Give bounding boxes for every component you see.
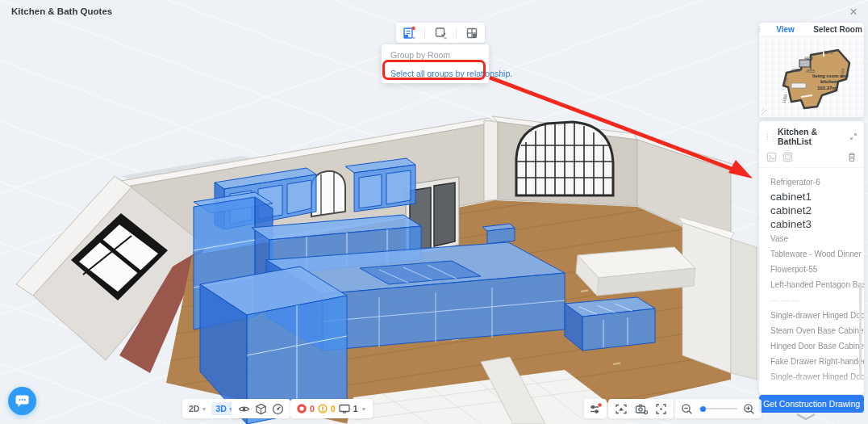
zoom-in-button[interactable] — [743, 403, 755, 415]
expand-icon[interactable] — [849, 132, 858, 141]
screen-count-icon[interactable] — [339, 404, 350, 414]
export-list-icon[interactable] — [782, 152, 793, 162]
group-dropdown: Group by Room Select all groups by relat… — [382, 44, 489, 83]
performance-button[interactable] — [272, 403, 284, 415]
svg-text:living room and: living room and — [812, 73, 849, 78]
panel-collapse-chevron[interactable] — [794, 413, 829, 422]
toolbar-divider — [424, 27, 425, 39]
canvas-toolbar — [396, 23, 485, 43]
error-count: 0 — [310, 404, 315, 414]
list-scrollbar[interactable] — [859, 283, 862, 380]
list-item[interactable]: Left-handed Pentagon Base Cal — [770, 277, 864, 292]
list-item[interactable]: Single-drawer Hinged Door Bas — [770, 308, 864, 323]
focus-icon — [655, 403, 667, 415]
zoom-slider-handle[interactable] — [700, 406, 706, 412]
list-item[interactable]: Refrigerator-6 — [770, 174, 864, 190]
list-item[interactable]: — — — — [770, 292, 864, 308]
trash-icon[interactable] — [847, 152, 857, 162]
chevron-down-icon — [794, 413, 818, 421]
menu-item-select-all-groups[interactable]: Select all groups by relationship. — [382, 64, 489, 83]
list-panel-title: Kitchen & BathList — [778, 127, 849, 146]
warning-count-icon[interactable] — [318, 404, 328, 414]
gauge-icon — [272, 403, 284, 415]
warning-count: 0 — [331, 404, 336, 414]
list-item[interactable]: Hinged Door Base Cabinet — [770, 338, 864, 354]
zoom-out-button[interactable] — [681, 403, 693, 415]
page-title: Kitchen & Bath Quotes — [11, 6, 112, 16]
cube-icon — [255, 403, 267, 415]
view-panel-tabs: View Select Room — [759, 23, 864, 36]
list-item[interactable]: — — — [770, 384, 864, 394]
model-display-button[interactable] — [255, 403, 267, 415]
support-chat-button[interactable] — [8, 387, 36, 415]
zoom-slider[interactable] — [699, 408, 737, 409]
toggles-icon — [589, 403, 602, 415]
error-count-icon[interactable] — [297, 404, 307, 414]
arched-window — [516, 122, 613, 195]
chevron-down-icon: ▼ — [201, 406, 207, 412]
camera-frame-icon — [615, 403, 628, 415]
group-quotes-icon — [403, 26, 416, 40]
camera-gear-icon — [635, 403, 648, 415]
list-item[interactable]: cabinet2 — [770, 204, 864, 217]
layout-grid-button[interactable] — [461, 24, 482, 41]
view-2d-button[interactable]: 2D▼ — [189, 404, 207, 414]
list-item[interactable]: cabinet3 — [770, 217, 864, 231]
focus-center-button[interactable] — [655, 403, 667, 415]
list-item[interactable]: Fake Drawer Right-handed Doo — [770, 354, 864, 369]
menu-item-group-by-room[interactable]: Group by Room — [382, 44, 489, 64]
camera-settings-button[interactable] — [635, 403, 648, 415]
tab-view[interactable]: View — [759, 23, 812, 36]
group-quotes-button[interactable] — [399, 24, 419, 41]
zoom-out-icon — [681, 403, 693, 415]
toolbar-divider — [456, 27, 457, 39]
layout-grid-icon — [465, 27, 478, 40]
list-item[interactable]: Flowerpot-55 — [770, 262, 864, 277]
screen-count: 1 — [353, 404, 358, 414]
list-item[interactable]: Tableware - Wood Dinner Plate — [770, 246, 864, 262]
zoom-controls — [674, 399, 762, 418]
zoom-in-icon — [743, 403, 755, 415]
list-item[interactable]: Single-drawer Hinged Door Bas — [770, 369, 864, 384]
item-list: Refrigerator-6cabinet1cabinet2cabinet3Va… — [759, 168, 864, 394]
chevron-down-icon[interactable]: ▼ — [361, 406, 367, 412]
svg-text:kitchen: kitchen — [820, 79, 837, 84]
export-image-icon[interactable] — [766, 152, 777, 162]
view-panel: ⋮⋮ View Select Room 6579 4486 4220 4555 … — [759, 23, 864, 117]
walkthrough-button[interactable] — [615, 403, 628, 415]
svg-text:102.37m²: 102.37m² — [817, 86, 838, 90]
select-room-icon — [434, 26, 448, 40]
list-item[interactable]: Vase — [770, 231, 864, 246]
panel-drag-handle[interactable]: ⋮⋮ — [756, 27, 762, 34]
list-item[interactable]: cabinet1 — [770, 190, 864, 204]
selected-shelf — [482, 224, 515, 244]
svg-text:4486: 4486 — [804, 56, 813, 61]
kitchen-bath-list-panel: ⋮⋮ Kitchen & BathList Refrigerator-6cabi… — [759, 121, 864, 394]
minimap[interactable]: 6579 4486 4220 4555 4474 1000 4198 livin… — [759, 37, 864, 117]
chat-bubble-icon — [15, 394, 30, 408]
svg-text:6579: 6579 — [824, 50, 833, 55]
svg-text:4220: 4220 — [791, 68, 800, 73]
visibility-button[interactable] — [238, 403, 250, 415]
tab-select-room[interactable]: Select Room — [812, 23, 864, 36]
get-construction-drawing-button[interactable]: Get Construction Drawing — [759, 395, 864, 413]
list-drag-handle-icon[interactable]: ⋮⋮ — [764, 132, 775, 141]
close-icon[interactable]: × — [845, 4, 862, 20]
issue-counters: 0 0 1 ▼ — [290, 399, 373, 418]
canvas-view-tools — [232, 399, 290, 418]
render-settings-button[interactable] — [584, 399, 607, 418]
select-room-button[interactable] — [430, 24, 451, 41]
list-item[interactable]: Steam Oven Base Cabinet 2 — [770, 323, 864, 338]
eye-icon — [238, 403, 250, 415]
camera-tools — [608, 399, 674, 418]
